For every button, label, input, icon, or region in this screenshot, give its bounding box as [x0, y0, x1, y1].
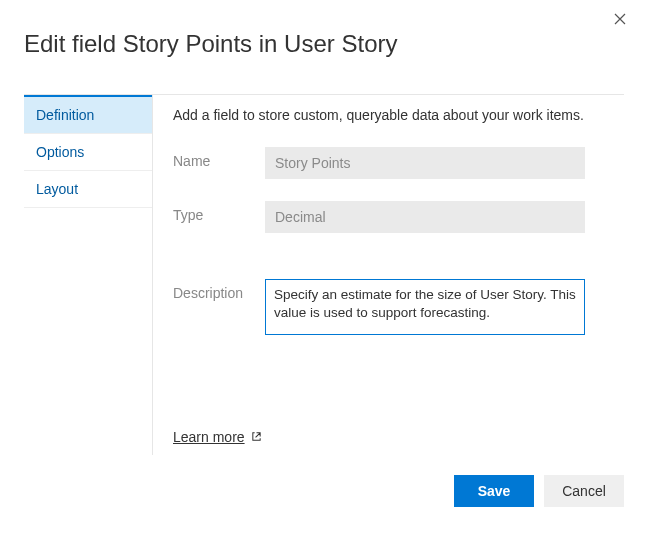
description-row: Description — [173, 279, 604, 335]
main-panel: Add a field to store custom, queryable d… — [152, 95, 624, 455]
dialog-footer: Save Cancel — [24, 475, 624, 507]
edit-field-dialog: Edit field Story Points in User Story De… — [0, 0, 648, 525]
description-input[interactable] — [265, 279, 585, 335]
sidebar-item-definition[interactable]: Definition — [24, 95, 152, 134]
type-field: Decimal — [265, 201, 585, 233]
dialog-title: Edit field Story Points in User Story — [24, 30, 624, 58]
sidebar-item-label: Options — [36, 144, 84, 160]
type-label: Type — [173, 201, 265, 223]
close-icon — [614, 12, 626, 28]
type-row: Type Decimal — [173, 201, 604, 233]
name-label: Name — [173, 147, 265, 169]
external-link-icon — [251, 429, 262, 445]
learn-more-link[interactable]: Learn more — [173, 429, 262, 445]
learn-more-label: Learn more — [173, 429, 245, 445]
dialog-body: Definition Options Layout Add a field to… — [24, 95, 624, 455]
sidebar-item-options[interactable]: Options — [24, 134, 152, 171]
close-button[interactable] — [610, 10, 630, 30]
cancel-button[interactable]: Cancel — [544, 475, 624, 507]
save-button[interactable]: Save — [454, 475, 534, 507]
intro-text: Add a field to store custom, queryable d… — [173, 107, 604, 123]
name-row: Name Story Points — [173, 147, 604, 179]
sidebar-item-label: Definition — [36, 107, 94, 123]
sidebar-item-label: Layout — [36, 181, 78, 197]
sidebar-item-layout[interactable]: Layout — [24, 171, 152, 208]
description-label: Description — [173, 279, 265, 301]
sidebar: Definition Options Layout — [24, 95, 152, 455]
name-field: Story Points — [265, 147, 585, 179]
